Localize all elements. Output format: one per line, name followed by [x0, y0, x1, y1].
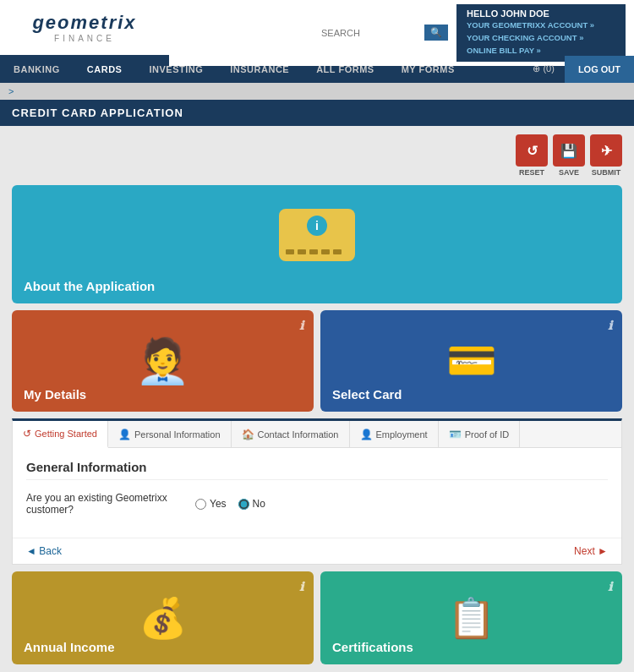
form-field-label: Are you an existing Geometrixx customer? [26, 492, 195, 516]
reset-label: Reset [519, 168, 544, 177]
dot3 [309, 249, 318, 254]
certifications-info: ℹ [608, 580, 612, 593]
logo-name: geometrix [32, 12, 136, 34]
certifications-card[interactable]: 📋 ℹ Certifications [320, 571, 622, 664]
about-info-circle: i [307, 216, 327, 236]
contact-info-icon: 🏠 [242, 429, 254, 440]
annual-income-label: Annual Income [24, 640, 115, 654]
next-link[interactable]: Next ► [574, 545, 608, 557]
tab-employment[interactable]: 👤 Employment [350, 421, 439, 447]
right-section: 🔍 HELLO JOHN DOE YOUR GEOMETRIXX ACCOUNT… [169, 0, 634, 55]
about-credit-card-visual: i [279, 209, 355, 261]
radio-no[interactable]: No [238, 498, 265, 510]
save-icon: 💾 [553, 134, 585, 167]
radio-group: Yes No [195, 498, 265, 510]
tab-employment-label: Employment [376, 429, 428, 440]
page-title: CREDIT CARD APPLICATION [0, 100, 634, 126]
dot5 [333, 249, 342, 254]
about-card-icon-group: i [279, 209, 355, 261]
nav-insurance[interactable]: INSURANCE [216, 56, 303, 83]
money-bag-icon: 💰 [139, 595, 187, 641]
form-row-customer: Are you an existing Geometrixx customer?… [26, 492, 608, 516]
dot1 [286, 249, 294, 254]
nav-bar: BANKING CARDS INVESTING INSURANCE ALL FO… [0, 55, 634, 83]
my-details-info: ℹ [299, 319, 303, 332]
radio-no-label: No [253, 498, 265, 510]
radio-yes[interactable]: Yes [195, 498, 227, 510]
bottom-cards: 💰 ℹ Annual Income 📋 ℹ Certifications [12, 571, 622, 664]
my-details-label: My Details [24, 387, 86, 402]
breadcrumb-arrow[interactable]: > [8, 86, 14, 96]
select-card-info: ℹ [608, 319, 612, 332]
select-card-label: Select Card [332, 387, 402, 402]
logo-sub: FINANCE [54, 34, 115, 43]
personal-info-icon: 👤 [118, 429, 131, 440]
card-dots [286, 249, 348, 254]
search-input[interactable] [314, 25, 424, 41]
tab-proof-of-id[interactable]: 🪪 Proof of ID [439, 421, 521, 447]
form-content: General Information Are you an existing … [13, 448, 621, 538]
about-card-container: i About the Application [12, 185, 622, 303]
radio-yes-input[interactable] [195, 499, 206, 510]
select-card-card[interactable]: 💳 ℹ Select Card [320, 310, 622, 412]
submit-button[interactable]: ✈ Submit [590, 134, 622, 177]
certifications-icon: 📋 [447, 595, 495, 641]
credit-card-select-icon: 💳 [446, 337, 497, 385]
radio-no-input[interactable] [238, 499, 249, 510]
nav-investing[interactable]: INVESTING [135, 56, 216, 83]
my-details-card[interactable]: 🧑‍💼 ℹ My Details [12, 310, 314, 412]
dot2 [298, 249, 306, 254]
tab-contact-info[interactable]: 🏠 Contact Information [232, 421, 350, 447]
logout-button[interactable]: LOG OUT [565, 56, 634, 83]
certifications-label: Certifications [332, 640, 413, 654]
reset-icon: ↺ [516, 134, 548, 167]
annual-income-info: ℹ [299, 580, 303, 593]
about-card[interactable]: i About the Application [12, 185, 622, 303]
submit-icon: ✈ [590, 134, 622, 167]
form-nav: ◄ Back Next ► [13, 538, 621, 564]
action-buttons: ↺ Reset 💾 Save ✈ Submit [12, 134, 622, 177]
getting-started-icon: ↺ [23, 428, 31, 440]
main-content: ↺ Reset 💾 Save ✈ Submit i [0, 126, 634, 672]
reset-button[interactable]: ↺ Reset [516, 134, 548, 177]
person-icon: 🧑‍💼 [135, 336, 190, 387]
user-dropdown: HELLO JOHN DOE YOUR GEOMETRIXX ACCOUNT »… [456, 4, 626, 62]
header: geometrix FINANCE 🔍 HELLO JOHN DOE YOUR … [0, 0, 634, 83]
user-checking-link[interactable]: YOUR CHECKING ACCOUNT » [467, 31, 615, 44]
user-greeting: HELLO JOHN DOE [467, 8, 615, 19]
search-bar: 🔍 [314, 25, 448, 41]
search-button[interactable]: 🔍 [424, 25, 448, 41]
user-account-link[interactable]: YOUR GEOMETRIXX ACCOUNT » [467, 19, 615, 31]
submit-label: Submit [592, 168, 621, 177]
nav-right: ⊕ (0) LOG OUT [522, 55, 634, 83]
save-button[interactable]: 💾 Save [553, 134, 585, 177]
radio-yes-label: Yes [210, 498, 227, 510]
nav-cards[interactable]: CARDS [74, 56, 136, 83]
nav-myforms[interactable]: MY FORMS [388, 56, 468, 83]
header-top: geometrix FINANCE 🔍 HELLO JOHN DOE YOUR … [0, 0, 634, 55]
about-card-label: About the Application [24, 279, 155, 293]
back-link[interactable]: ◄ Back [26, 545, 62, 557]
tab-proof-of-id-label: Proof of ID [465, 429, 510, 440]
annual-income-card[interactable]: 💰 ℹ Annual Income [12, 571, 314, 664]
dot4 [321, 249, 330, 254]
nav-allforms[interactable]: ALL FORMS [303, 56, 387, 83]
proof-id-icon: 🪪 [449, 429, 462, 440]
logo-section: geometrix FINANCE [0, 0, 169, 55]
save-label: Save [559, 168, 579, 177]
tabs-section: ↺ Getting Started 👤 Personal Information… [12, 418, 622, 565]
middle-cards: 🧑‍💼 ℹ My Details 💳 ℹ Select Card [12, 310, 622, 412]
tab-getting-started[interactable]: ↺ Getting Started [13, 421, 108, 448]
form-section-title: General Information [26, 460, 608, 480]
nav-banking[interactable]: BANKING [0, 56, 74, 83]
employment-icon: 👤 [360, 429, 373, 440]
tab-contact-info-label: Contact Information [258, 429, 339, 440]
tab-personal-info-label: Personal Information [134, 429, 221, 440]
tabs-row: ↺ Getting Started 👤 Personal Information… [13, 421, 621, 448]
tab-personal-info[interactable]: 👤 Personal Information [108, 421, 232, 447]
cart-icon[interactable]: ⊕ (0) [522, 55, 565, 83]
tab-getting-started-label: Getting Started [35, 429, 97, 439]
breadcrumb: > [0, 83, 634, 100]
